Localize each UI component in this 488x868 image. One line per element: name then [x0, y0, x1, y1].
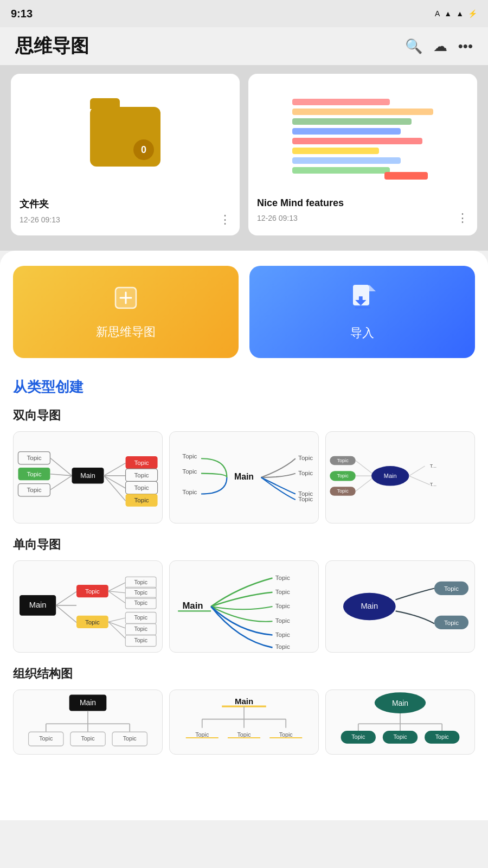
- svg-text:Topic: Topic: [134, 484, 149, 491]
- svg-text:Topic: Topic: [275, 643, 290, 650]
- svg-text:Topic: Topic: [275, 617, 290, 624]
- unidirectional-grid: Main Topic Topic: [13, 560, 475, 653]
- folder-more-icon[interactable]: ⋮: [219, 213, 231, 227]
- svg-rect-1: [292, 108, 433, 115]
- battery-icon: ⚡: [468, 9, 477, 18]
- bidirectional-section-title: 双向导图: [13, 407, 475, 424]
- svg-rect-2: [292, 118, 412, 125]
- template-unidirectional-1[interactable]: Main Topic Topic: [13, 560, 163, 653]
- svg-text:Topic: Topic: [393, 733, 407, 740]
- more-icon[interactable]: •••: [458, 38, 473, 55]
- import-button[interactable]: 导入: [249, 266, 475, 358]
- app-title: 思维导图: [15, 34, 89, 59]
- mindmap-thumb: [257, 82, 468, 191]
- svg-text:Topic: Topic: [435, 733, 450, 740]
- svg-text:Topic: Topic: [134, 579, 147, 585]
- action-buttons: 新思维导图 导入: [13, 266, 475, 358]
- svg-text:Topic: Topic: [298, 496, 313, 502]
- search-icon[interactable]: 🔍: [405, 38, 422, 55]
- mindmap-date: 12-26 09:13: [257, 214, 298, 222]
- svg-line-20: [50, 458, 72, 476]
- svg-text:Main: Main: [80, 472, 95, 480]
- template-2-svg: Topic Topic Topic Main Topic Topic Topic: [170, 432, 318, 523]
- svg-rect-6: [292, 157, 401, 164]
- svg-text:Topic: Topic: [134, 472, 149, 478]
- mindmap-meta: 12-26 09:13 ⋮: [257, 211, 468, 225]
- svg-text:Topic: Topic: [81, 735, 95, 742]
- svg-text:Topic: Topic: [182, 468, 197, 475]
- svg-text:Topic: Topic: [85, 619, 100, 626]
- template-bidirectional-3[interactable]: Topic Topic Topic Main T... T...: [325, 431, 475, 524]
- template-3-svg: Topic Topic Topic Main T... T...: [326, 432, 474, 523]
- template-org-2[interactable]: Main Topic Topic Topic: [169, 690, 319, 755]
- svg-text:Topic: Topic: [195, 731, 209, 738]
- svg-line-22: [50, 476, 72, 490]
- svg-text:Topic: Topic: [27, 487, 41, 493]
- svg-rect-0: [292, 99, 390, 105]
- svg-text:Topic: Topic: [275, 589, 290, 595]
- template-org-3[interactable]: Main Topic Topic Topic: [325, 690, 475, 755]
- svg-text:Topic: Topic: [182, 453, 197, 459]
- svg-text:Main: Main: [234, 472, 254, 481]
- template-bidirectional-2[interactable]: Topic Topic Topic Main Topic Topic Topic: [169, 431, 319, 524]
- status-time: 9:13: [11, 8, 33, 20]
- svg-text:Main: Main: [80, 698, 96, 707]
- svg-text:Topic: Topic: [275, 631, 290, 638]
- svg-text:Topic: Topic: [237, 731, 251, 738]
- svg-text:Topic: Topic: [182, 489, 197, 495]
- folder-thumb: 0: [20, 82, 231, 191]
- svg-text:Topic: Topic: [298, 455, 313, 461]
- svg-text:Topic: Topic: [351, 733, 365, 740]
- mindmap-card[interactable]: Nice Mind features 12-26 09:13 ⋮: [248, 74, 477, 235]
- template-5-svg: Main Topic Topic Topic Topic Topic Topic: [170, 561, 318, 652]
- svg-line-21: [50, 474, 72, 476]
- bidirectional-grid: Topic Topic Topic Main Topi: [13, 431, 475, 524]
- import-label: 导入: [350, 325, 374, 341]
- new-map-button[interactable]: 新思维导图: [13, 266, 239, 358]
- template-bidirectional-1[interactable]: Topic Topic Topic Main Topi: [13, 431, 163, 524]
- header-icons: 🔍 ☁ •••: [405, 38, 473, 55]
- svg-line-57: [409, 476, 429, 484]
- create-section-title: 从类型创建: [13, 378, 475, 397]
- svg-text:Topic: Topic: [298, 470, 313, 476]
- svg-text:Main: Main: [235, 697, 253, 706]
- svg-text:Topic: Topic: [444, 585, 459, 592]
- org-3-svg: Main Topic Topic Topic: [326, 690, 474, 754]
- folder-badge: 0: [133, 139, 154, 160]
- svg-line-56: [409, 466, 425, 476]
- svg-text:T...: T...: [430, 463, 436, 469]
- template-unidirectional-3[interactable]: Main Topic Topic: [325, 560, 475, 653]
- org-2-svg: Main Topic Topic Topic: [170, 690, 318, 754]
- cloud-icon[interactable]: ☁: [433, 38, 447, 55]
- svg-line-28: [104, 476, 126, 501]
- svg-line-25: [104, 463, 126, 476]
- mindmap-more-icon[interactable]: ⋮: [457, 211, 468, 225]
- svg-text:Main: Main: [384, 473, 397, 479]
- new-map-label: 新思维导图: [96, 324, 156, 340]
- svg-text:T...: T...: [430, 482, 436, 487]
- svg-line-74: [108, 622, 126, 638]
- org-1-svg: Main Topic Topic Topic: [14, 690, 162, 754]
- svg-text:Topic: Topic: [134, 614, 147, 621]
- template-unidirectional-2[interactable]: Main Topic Topic Topic Topic Topic Topic: [169, 560, 319, 653]
- import-icon: [349, 283, 376, 317]
- template-org-1[interactable]: Main Topic Topic Topic: [13, 690, 163, 755]
- svg-text:Topic: Topic: [134, 626, 147, 632]
- svg-text:Topic: Topic: [275, 603, 290, 609]
- keyboard-icon: A: [435, 9, 440, 18]
- org-section-title: 组织结构图: [13, 666, 475, 682]
- svg-text:Topic: Topic: [27, 455, 41, 461]
- svg-rect-4: [292, 138, 422, 144]
- files-section: 0 文件夹 12-26 09:13 ⋮ Nice Mind feat: [0, 65, 488, 251]
- svg-text:Main: Main: [392, 699, 408, 707]
- svg-line-72: [108, 618, 126, 622]
- folder-card[interactable]: 0 文件夹 12-26 09:13 ⋮: [11, 74, 240, 235]
- status-icons: A ▲ ▲ ⚡: [435, 9, 477, 18]
- template-4-svg: Main Topic Topic: [14, 561, 162, 652]
- folder-date: 12-26 09:13: [20, 215, 60, 224]
- svg-text:Topic: Topic: [123, 735, 137, 742]
- svg-line-73: [108, 622, 126, 628]
- svg-text:Main: Main: [361, 602, 378, 610]
- new-map-icon: [112, 284, 139, 316]
- svg-text:Topic: Topic: [134, 459, 149, 466]
